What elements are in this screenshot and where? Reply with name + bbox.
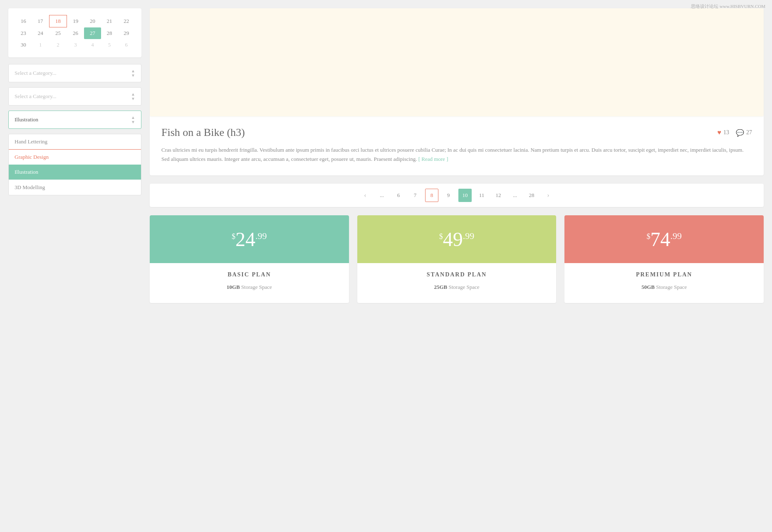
calendar-day[interactable]: 27 (84, 27, 101, 39)
pricing-body: STANDARD PLAN25GB Storage Space (357, 263, 557, 303)
pagination-prev[interactable]: ‹ (359, 189, 372, 202)
plan-feature: 10GB Storage Space (158, 284, 341, 291)
article-header: Fish on a Bike (h3) ♥ 13 💬 27 (161, 126, 752, 139)
likes-meta: ♥ 13 (718, 129, 730, 136)
pagination-ellipsis-right: ... (508, 189, 522, 202)
plan-name: PREMIUM PLAN (573, 271, 755, 278)
calendar-day[interactable]: 28 (101, 27, 118, 39)
calendar-day[interactable]: 30 (15, 39, 32, 51)
calendar-day[interactable]: 5 (101, 39, 118, 51)
price-display: $49.99 (366, 228, 548, 251)
calendar-day[interactable]: 19 (67, 15, 84, 27)
pagination-page-11[interactable]: 11 (475, 189, 488, 202)
dropdown-third-arrows: ▲▼ (131, 115, 135, 124)
article-text: Cras ultricies mi eu turpis hendrerit fr… (161, 145, 752, 164)
article-body-text: Cras ultricies mi eu turpis hendrerit fr… (161, 147, 744, 162)
calendar-box: 161718192021222324252627282930123456 (8, 8, 141, 57)
calendar-day[interactable]: 6 (118, 39, 135, 51)
calendar-day[interactable]: 4 (84, 39, 101, 51)
pricing-card-green: $49.99STANDARD PLAN25GB Storage Space (357, 215, 557, 303)
calendar-day[interactable]: 25 (49, 27, 67, 39)
pricing-header: $49.99 (357, 215, 557, 263)
price-symbol: $ (439, 232, 443, 241)
pricing-header: $24.99 (150, 215, 349, 263)
article-meta: ♥ 13 💬 27 (718, 129, 752, 137)
comments-count: 27 (746, 129, 752, 136)
calendar-day[interactable]: 16 (15, 15, 32, 27)
sidebar: 161718192021222324252627282930123456 Sel… (8, 8, 141, 303)
dropdown-second-arrows: ▲▼ (131, 92, 135, 101)
pricing-card-teal: $24.99BASIC PLAN10GB Storage Space (150, 215, 349, 303)
dropdown-first-placeholder: Select a Category... (15, 70, 57, 76)
plan-name: BASIC PLAN (158, 271, 341, 278)
pagination-page-7[interactable]: 7 (408, 189, 422, 202)
pagination-page-9[interactable]: 9 (442, 189, 455, 202)
price-symbol: $ (232, 232, 235, 241)
calendar-day[interactable]: 23 (15, 27, 32, 39)
calendar-day[interactable]: 22 (118, 15, 135, 27)
dropdown-list-item[interactable]: 3D Modelling (9, 180, 141, 195)
price-display: $24.99 (158, 228, 341, 251)
pagination-next[interactable]: › (542, 189, 555, 202)
pricing-body: BASIC PLAN10GB Storage Space (150, 263, 349, 303)
plan-feature: 25GB Storage Space (366, 284, 548, 291)
calendar-day[interactable]: 24 (32, 27, 49, 39)
dropdown-list-item[interactable]: Hand Lettering (9, 134, 141, 150)
plan-name: STANDARD PLAN (366, 271, 548, 278)
comments-meta: 💬 27 (736, 129, 752, 137)
likes-count: 13 (723, 129, 729, 136)
price-cents: .99 (255, 231, 267, 241)
calendar-day[interactable]: 21 (101, 15, 118, 27)
pagination-page-6[interactable]: 6 (392, 189, 405, 202)
dropdown-third-value: Illustration (15, 116, 38, 123)
pagination: ‹...6789101112...28› (150, 184, 764, 207)
article-card: Fish on a Bike (h3) ♥ 13 💬 27 Cras ultri… (150, 8, 764, 175)
dropdown-third[interactable]: Illustration ▲▼ (8, 111, 141, 129)
calendar-grid: 161718192021222324252627282930123456 (15, 15, 135, 51)
calendar-day[interactable]: 20 (84, 15, 101, 27)
article-title: Fish on a Bike (h3) (161, 126, 245, 139)
article-body: Fish on a Bike (h3) ♥ 13 💬 27 Cras ultri… (150, 116, 764, 175)
dropdown-list: Hand LetteringGraphic DesignIllustration… (8, 134, 141, 195)
price-display: $74.99 (573, 228, 755, 251)
dropdown-second-placeholder: Select a Category... (15, 93, 57, 100)
pagination-page-12[interactable]: 12 (492, 189, 505, 202)
pricing-header: $74.99 (564, 215, 764, 263)
featured-image (150, 8, 764, 116)
calendar-day[interactable]: 2 (49, 39, 67, 51)
dropdown-second[interactable]: Select a Category... ▲▼ (8, 87, 141, 106)
calendar-day[interactable]: 17 (32, 15, 49, 27)
dropdown-first-arrows: ▲▼ (131, 69, 135, 78)
price-symbol: $ (646, 232, 650, 241)
dropdown-list-item[interactable]: Graphic Design (8, 149, 141, 165)
calendar-day[interactable]: 29 (118, 27, 135, 39)
calendar-day[interactable]: 1 (32, 39, 49, 51)
price-cents: .99 (463, 231, 475, 241)
pricing-card-salmon: $74.99PREMIUM PLAN50GB Storage Space (564, 215, 764, 303)
calendar-day[interactable]: 3 (67, 39, 84, 51)
calendar-day[interactable]: 26 (67, 27, 84, 39)
pagination-page-10[interactable]: 10 (458, 189, 472, 202)
main-content: Fish on a Bike (h3) ♥ 13 💬 27 Cras ultri… (150, 8, 764, 303)
heart-icon: ♥ (718, 129, 722, 136)
price-cents: .99 (670, 231, 682, 241)
dropdown-first[interactable]: Select a Category... ▲▼ (8, 64, 141, 82)
dropdown-list-item[interactable]: Illustration (9, 165, 141, 180)
pagination-page-8[interactable]: 8 (425, 189, 438, 202)
pricing-body: PREMIUM PLAN50GB Storage Space (564, 263, 764, 303)
pagination-page-28[interactable]: 28 (525, 189, 538, 202)
plan-feature: 50GB Storage Space (573, 284, 755, 291)
calendar-day[interactable]: 18 (49, 15, 67, 27)
comment-icon: 💬 (736, 129, 744, 137)
pricing-row: $24.99BASIC PLAN10GB Storage Space$49.99… (150, 215, 764, 303)
watermark: 思络设计论坛 www.HISBVURN.COM (691, 3, 765, 10)
read-more-link[interactable]: [ Read more ] (418, 156, 448, 162)
pagination-ellipsis-left: ... (375, 189, 388, 202)
